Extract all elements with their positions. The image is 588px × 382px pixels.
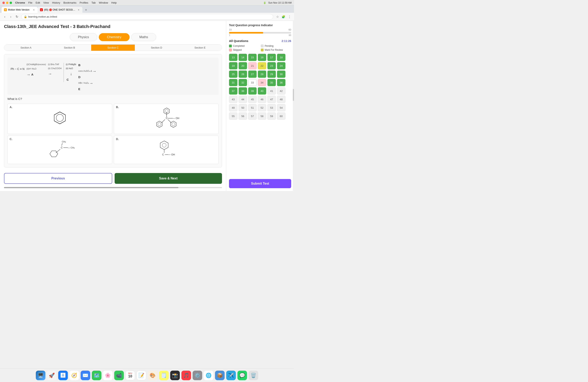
subject-tab-physics[interactable]: Physics [70, 33, 97, 41]
question-num-55[interactable]: 55 [229, 113, 237, 120]
tab-motion-label: Motion Web Version [8, 8, 29, 11]
menu-bookmarks[interactable]: Bookmarks [63, 1, 76, 4]
option-a[interactable]: A. [7, 104, 112, 134]
question-num-36[interactable]: 36 [277, 79, 285, 86]
section-tab-e[interactable]: Section E [178, 45, 222, 51]
question-num-40[interactable]: 40 [258, 87, 266, 95]
question-num-20[interactable]: 20 [239, 62, 247, 69]
question-num-22[interactable]: 22 [258, 62, 266, 69]
question-num-48[interactable]: 48 [277, 96, 285, 103]
question-num-17[interactable]: 17 [267, 54, 276, 61]
question-num-26[interactable]: 26 [239, 71, 247, 78]
completed-label: Completed [233, 45, 245, 47]
question-num-35[interactable]: 35 [267, 79, 276, 86]
section-tab-c[interactable]: Section C [91, 45, 135, 51]
save-next-button[interactable]: Save & Next [115, 173, 222, 184]
question-num-58[interactable]: 58 [258, 113, 266, 120]
question-num-39[interactable]: 39 [248, 87, 257, 95]
section-tab-b[interactable]: Section B [48, 45, 91, 51]
question-num-59[interactable]: 59 [267, 113, 276, 120]
menu-tab[interactable]: Tab [91, 1, 96, 4]
question-num-34[interactable]: 34 [258, 79, 266, 86]
tab-motion[interactable]: M Motion Web Version ✕ [1, 7, 38, 13]
section-tab-d[interactable]: Section D [135, 45, 178, 51]
question-num-25[interactable]: 25 [229, 71, 237, 78]
back-button[interactable]: ‹ [2, 14, 7, 19]
question-num-53[interactable]: 53 [267, 104, 276, 111]
option-b[interactable]: B. C — OH [114, 104, 219, 134]
option-d[interactable]: D. C — OH [114, 136, 219, 164]
svg-marker-0 [54, 112, 65, 124]
new-tab-button[interactable]: + [83, 7, 89, 13]
scrollbar-thumb[interactable] [4, 187, 178, 188]
question-num-31[interactable]: 31 [229, 79, 237, 86]
menu-help[interactable]: Help [111, 1, 117, 4]
maximize-button[interactable] [10, 1, 12, 4]
subject-tab-chemistry[interactable]: Chemistry [99, 33, 130, 41]
question-num-54[interactable]: 54 [277, 104, 285, 111]
address-right: ☆ 🧩 ⋮ [275, 15, 292, 19]
menu-chrome[interactable]: Chrome [15, 1, 25, 4]
question-num-37[interactable]: 37 [229, 87, 237, 95]
option-c[interactable]: C. CH₃ C — CH₃ [7, 136, 112, 164]
question-num-16[interactable]: 16 [258, 54, 266, 61]
star-icon[interactable]: ☆ [275, 15, 280, 19]
menu-file[interactable]: File [28, 1, 32, 4]
question-num-28[interactable]: 28 [258, 71, 266, 78]
sidebar-scroll-thumb[interactable] [293, 89, 294, 101]
question-num-24[interactable]: 24 [277, 62, 285, 69]
question-num-43[interactable]: 43 [229, 96, 237, 103]
question-num-14[interactable]: 14 [239, 54, 247, 61]
question-num-56[interactable]: 56 [239, 113, 247, 120]
question-num-46[interactable]: 46 [258, 96, 266, 103]
question-num-18[interactable]: 18 [277, 54, 285, 61]
more-options-icon[interactable]: ⋮ [287, 15, 292, 19]
question-num-32[interactable]: 32 [239, 79, 247, 86]
question-num-45[interactable]: 45 [248, 96, 257, 103]
question-num-41[interactable]: 41 [267, 87, 276, 95]
sidebar-scrollbar[interactable] [293, 21, 294, 191]
tab-youtube[interactable]: ▶ (65) 🔴 ONE SHOT SESSION ✕ [38, 7, 83, 13]
question-num-51[interactable]: 51 [248, 104, 257, 111]
previous-button[interactable]: Previous [4, 173, 112, 184]
section-tabs: Section A Section B Section C Section D … [4, 44, 222, 51]
close-button[interactable] [2, 1, 5, 4]
reload-button[interactable]: ↻ [14, 14, 19, 19]
question-num-49[interactable]: 49 [229, 104, 237, 111]
question-num-33[interactable]: 33 [248, 79, 257, 86]
question-num-50[interactable]: 50 [239, 104, 247, 111]
extension-icon[interactable]: 🧩 [281, 15, 286, 19]
subject-tab-maths[interactable]: Maths [131, 33, 156, 41]
traffic-lights [2, 1, 12, 4]
horizontal-scrollbar[interactable] [4, 187, 222, 188]
question-num-23[interactable]: 23 [267, 62, 276, 69]
menu-profiles[interactable]: Profiles [80, 1, 88, 4]
question-num-38[interactable]: 38 [239, 87, 247, 95]
menu-history[interactable]: History [52, 1, 60, 4]
forward-button[interactable]: › [8, 14, 13, 19]
menu-view[interactable]: View [43, 1, 49, 4]
question-num-15[interactable]: 15 [248, 54, 257, 61]
legend-review: Mark For Review [261, 49, 291, 51]
question-num-60[interactable]: 60 [277, 113, 285, 120]
menu-edit[interactable]: Edit [36, 1, 40, 4]
url-bar[interactable]: 🔒 learning.motion.ac.in/test [21, 14, 273, 19]
address-bar: ‹ › ↻ 🔒 learning.motion.ac.in/test ☆ 🧩 ⋮ [0, 13, 294, 21]
question-num-52[interactable]: 52 [258, 104, 266, 111]
tab-youtube-close[interactable]: ✕ [77, 8, 80, 11]
tab-motion-close[interactable]: ✕ [32, 8, 35, 11]
question-num-42[interactable]: 42 [277, 87, 285, 95]
question-num-44[interactable]: 44 [239, 96, 247, 103]
submit-test-button[interactable]: Submit Test [229, 179, 291, 188]
question-num-21[interactable]: 21 [248, 62, 257, 69]
question-num-57[interactable]: 57 [248, 113, 257, 120]
question-num-29[interactable]: 29 [267, 71, 276, 78]
question-num-30[interactable]: 30 [277, 71, 285, 78]
question-num-27[interactable]: 27 [248, 71, 257, 78]
menu-window[interactable]: Window [99, 1, 108, 4]
question-num-13[interactable]: 13 [229, 54, 237, 61]
question-num-19[interactable]: 19 [229, 62, 237, 69]
section-tab-a[interactable]: Section A [4, 45, 48, 51]
question-num-47[interactable]: 47 [267, 96, 276, 103]
minimize-button[interactable] [6, 1, 8, 4]
